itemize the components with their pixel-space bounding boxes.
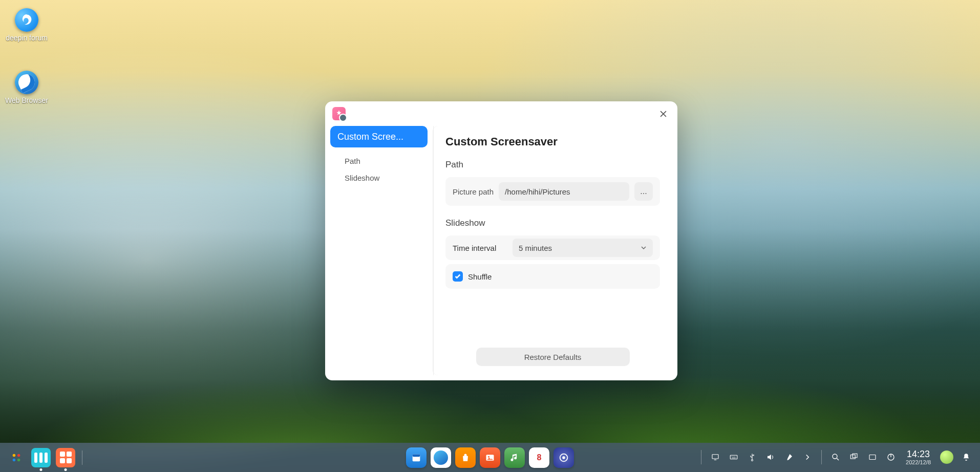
picture-path-label: Picture path xyxy=(453,187,494,196)
sidebar-item-slideshow[interactable]: Slideshow xyxy=(345,169,428,186)
taskbar-clock[interactable]: 14:23 2022/12/8 xyxy=(902,449,935,466)
sidebar-item-label: Slideshow xyxy=(345,174,379,182)
svg-rect-14 xyxy=(853,454,857,458)
screensaver-settings-window: Custom Scree... Path Slideshow Custom Sc… xyxy=(325,101,677,380)
sidebar: Custom Scree... Path Slideshow xyxy=(330,126,428,375)
deepin-logo-icon xyxy=(15,8,38,32)
tray-desktop[interactable] xyxy=(708,449,723,465)
desktop-icon-label: deepin forum xyxy=(5,34,48,42)
tray-keyboard[interactable] xyxy=(726,449,741,465)
page-title: Custom Screensaver xyxy=(445,135,660,148)
clock-date: 2022/12/8 xyxy=(906,459,931,465)
picture-path-value: /home/hihi/Pictures xyxy=(505,187,570,196)
close-icon xyxy=(660,111,667,117)
content-pane: Custom Screensaver Path Picture path /ho… xyxy=(433,126,672,375)
multitasking-button[interactable] xyxy=(31,447,51,468)
browser-app[interactable] xyxy=(431,447,451,468)
browse-button-label: ... xyxy=(640,187,647,196)
image-viewer-app[interactable] xyxy=(480,447,500,468)
app-icon xyxy=(332,107,346,120)
shuffle-label: Shuffle xyxy=(468,272,492,281)
tray-volume[interactable] xyxy=(763,449,778,465)
time-interval-value: 5 minutes xyxy=(519,244,552,252)
music-icon xyxy=(509,453,520,463)
time-interval-row: Time interval 5 minutes xyxy=(445,235,660,260)
shuffle-checkbox[interactable] xyxy=(453,271,463,282)
browser-icon xyxy=(434,450,448,465)
music-app[interactable] xyxy=(504,447,525,468)
tray-system-monitor[interactable] xyxy=(940,450,953,464)
tray-screenshot[interactable] xyxy=(865,449,880,465)
tray-separator xyxy=(821,450,822,464)
picture-path-row: Picture path /home/hihi/Pictures ... xyxy=(445,177,660,206)
sidebar-item-custom-screensaver[interactable]: Custom Scree... xyxy=(330,126,428,147)
picture-path-field[interactable]: /home/hihi/Pictures xyxy=(499,182,629,201)
volume-icon xyxy=(766,453,775,462)
browse-button[interactable]: ... xyxy=(634,182,653,201)
desktop-icon-web-browser[interactable]: Web Browser xyxy=(5,71,48,104)
tray-multitask[interactable] xyxy=(846,449,862,465)
calendar-app[interactable] xyxy=(406,447,427,468)
window-titlebar[interactable] xyxy=(325,101,677,126)
launcher-icon xyxy=(11,452,22,463)
svg-point-3 xyxy=(17,458,20,461)
grid-icon xyxy=(56,448,75,467)
svg-rect-10 xyxy=(712,455,718,459)
chevron-right-icon xyxy=(803,453,812,462)
svg-rect-13 xyxy=(850,455,855,459)
app-store[interactable] xyxy=(455,447,476,468)
screenshot-icon xyxy=(868,453,877,462)
svg-point-12 xyxy=(833,454,837,459)
brush-icon xyxy=(784,453,794,462)
power-icon xyxy=(886,453,896,462)
shuffle-row: Shuffle xyxy=(445,264,660,289)
desktop-icon-label: Web Browser xyxy=(5,96,48,104)
clock-time: 14:23 xyxy=(906,449,931,460)
tray-search[interactable] xyxy=(828,449,843,465)
workspace-grid-button[interactable] xyxy=(55,447,76,468)
search-icon xyxy=(831,453,840,462)
multitasking-icon xyxy=(31,448,51,467)
tray-separator xyxy=(701,450,701,464)
image-icon xyxy=(485,453,495,463)
restore-defaults-button[interactable]: Restore Defaults xyxy=(476,348,630,366)
tray-usb[interactable] xyxy=(744,449,760,465)
usb-icon xyxy=(748,453,757,462)
svg-point-9 xyxy=(562,456,565,459)
time-interval-label: Time interval xyxy=(453,244,496,252)
svg-point-7 xyxy=(488,456,489,457)
sidebar-item-label: Custom Scree... xyxy=(337,132,403,142)
browser-logo-icon xyxy=(15,71,38,94)
check-icon xyxy=(454,273,461,280)
tray-notifications[interactable] xyxy=(958,449,974,465)
sidebar-item-label: Path xyxy=(345,157,360,165)
taskbar: 8 14:23 2022/12/8 xyxy=(0,443,980,472)
section-heading-path: Path xyxy=(445,160,660,170)
svg-rect-11 xyxy=(730,456,737,460)
date-app[interactable]: 8 xyxy=(529,447,549,468)
taskbar-separator xyxy=(82,450,82,465)
chevron-down-icon xyxy=(641,245,647,251)
time-interval-select[interactable]: 5 minutes xyxy=(513,239,653,257)
gear-icon xyxy=(558,452,569,463)
svg-point-2 xyxy=(13,458,16,461)
section-heading-slideshow: Slideshow xyxy=(445,218,660,228)
tray-power[interactable] xyxy=(883,449,899,465)
calendar-icon xyxy=(411,452,422,463)
desktop-icon xyxy=(711,453,720,462)
svg-rect-5 xyxy=(413,454,420,457)
tray-theme[interactable] xyxy=(781,449,797,465)
svg-point-1 xyxy=(17,454,20,457)
launcher-button[interactable] xyxy=(6,447,27,468)
close-button[interactable] xyxy=(656,106,670,121)
sidebar-item-path[interactable]: Path xyxy=(345,153,428,169)
settings-app[interactable] xyxy=(553,447,574,468)
svg-rect-15 xyxy=(869,455,876,460)
windows-icon xyxy=(849,453,859,462)
bag-icon xyxy=(460,453,471,463)
tray-more[interactable] xyxy=(800,449,815,465)
keyboard-icon xyxy=(729,453,738,462)
restore-defaults-label: Restore Defaults xyxy=(524,353,582,361)
bell-icon xyxy=(962,453,971,462)
desktop-icon-deepin-forum[interactable]: deepin forum xyxy=(5,8,48,42)
